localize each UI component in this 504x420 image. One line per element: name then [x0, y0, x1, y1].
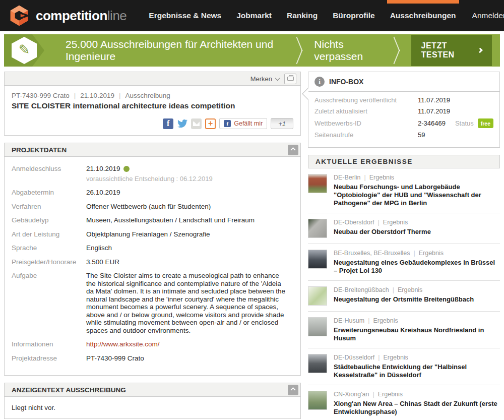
result-meta: CN-Xiong'an|Ergebnis: [334, 391, 499, 398]
chevron-up-icon: [291, 387, 296, 392]
result-item[interactable]: DE-Düsseldorf|ErgebnisStädtebauliche Ent…: [308, 348, 500, 385]
row-label: Art der Leistung: [12, 230, 86, 238]
chevron-up-icon: [291, 147, 296, 152]
nav-item-büroprofile[interactable]: Büroprofile: [333, 0, 375, 31]
row-value-wrap: The Site Cloister aims to create a museo…: [86, 272, 293, 334]
chevron-separator-icon: [296, 37, 304, 64]
meta-separator: |: [364, 317, 373, 324]
status-group: Statusfree: [455, 118, 493, 128]
result-body: BE-Bruxelles, BE-Bruxelles|ErgebnisNeuge…: [334, 250, 499, 275]
page-title: SITE CLOISTER international architecture…: [12, 101, 293, 110]
info-box: i INFO-BOX Ausschreibung veröffentlicht1…: [308, 72, 500, 148]
chevron-separator-icon: [393, 37, 401, 64]
row-note: voraussichtliche Entscheidung : 06.12.20…: [86, 175, 293, 183]
row-value-wrap: Objektplanung Freianlagen / Szenografie: [86, 230, 293, 238]
row-value: Offener Wettbewerb (auch für Studenten): [86, 203, 211, 210]
collapse-button[interactable]: [288, 385, 298, 395]
competition-header-card: Merken PT-7430-999 Crato|21.10.2019|Auss…: [4, 72, 301, 136]
projektdaten-row: Preisgelder/Honorare3.500 EUR: [12, 258, 293, 266]
promo-banner[interactable]: ✎ 25.000 Ausschreibungen für Architekten…: [4, 34, 500, 67]
info-label: Wettbewerbs-ID: [314, 119, 418, 128]
social-share-row: f + f Gefällt mir +1: [12, 118, 293, 129]
result-location: DE-Oberstdorf: [334, 219, 374, 226]
meta-separator: |: [410, 250, 418, 257]
row-value-wrap: Museen, Ausstellungsbauten / Landschaft …: [86, 216, 293, 224]
row-label: Informationen: [12, 340, 86, 348]
nav-item-jobmarkt[interactable]: Jobmarkt: [236, 0, 272, 31]
nav-item-ausschreibungen[interactable]: Ausschreibungen: [390, 0, 456, 31]
info-value: 2-346469: [418, 119, 446, 128]
info-value: 11.07.2019: [418, 107, 450, 115]
result-title[interactable]: Neugestaltung eines Gebäudekomplexes in …: [334, 259, 499, 275]
nav-item-ergebnisse-news[interactable]: Ergebnisse & News: [149, 0, 221, 31]
result-meta: DE-Berlin|Ergebnis: [334, 174, 499, 182]
print-button[interactable]: [284, 74, 296, 84]
row-value: 26.10.2019: [86, 189, 120, 196]
sidebar: i INFO-BOX Ausschreibung veröffentlicht1…: [308, 72, 500, 420]
result-title[interactable]: Xiong'an New Area – Chinas Stadt der Zuk…: [334, 400, 499, 416]
result-item[interactable]: DE-Husum|ErgebnisErweiterungsneubau Krei…: [308, 312, 500, 348]
anzeigentext-body: Liegt nicht vor.: [5, 397, 300, 418]
result-title[interactable]: Neubau Forschungs- und Laborgebäude "Opt…: [334, 183, 499, 207]
banner-slogan: Nichts verpassen: [314, 38, 383, 63]
result-title[interactable]: Neugestaltung der Ortsmitte Breitengüßba…: [334, 295, 474, 304]
row-value: The Site Cloister aims to create a museo…: [86, 272, 287, 334]
result-item[interactable]: BE-Bruxelles, BE-Bruxelles|ErgebnisNeuge…: [308, 244, 500, 281]
email-share-icon[interactable]: [191, 118, 202, 129]
row-value-wrap: PT-7430-999 Crato: [86, 354, 293, 363]
result-meta: DE-Husum|Ergebnis: [334, 317, 499, 325]
deadline-status-dot: [123, 166, 130, 172]
result-tag: Ergebnis: [378, 391, 403, 398]
result-tag: Ergebnis: [419, 250, 444, 257]
result-body: DE-Berlin|ErgebnisNeubau Forschungs- und…: [334, 174, 499, 207]
anzeigentext-card: ANZEIGENTEXT AUSSCHREIBUNG Liegt nicht v…: [4, 383, 301, 419]
login-link[interactable]: Anmelden: [472, 11, 504, 20]
projektdaten-header: PROJEKTDATEN: [5, 143, 300, 157]
facebook-like-button[interactable]: f Gefällt mir: [219, 118, 267, 129]
jetzt-testen-button[interactable]: JETZT TESTEN: [411, 35, 492, 66]
result-title[interactable]: Neubau der Oberstdorf Therme: [334, 228, 431, 236]
result-title[interactable]: Erweiterungsneubau Kreishaus Nordfriesla…: [334, 326, 499, 342]
info-row: Wettbewerbs-ID2-346469Statusfree: [314, 118, 493, 128]
result-thumbnail: [308, 317, 327, 336]
google-plusone-button[interactable]: +1: [271, 118, 293, 129]
merken-dropdown[interactable]: Merken: [250, 75, 279, 83]
facebook-share-icon[interactable]: f: [163, 118, 173, 129]
row-value-wrap: Englisch: [86, 244, 293, 252]
result-item[interactable]: DE-Berlin|ErgebnisNeubau Forschungs- und…: [308, 168, 500, 213]
top-navbar: competitionline Ergebnisse & NewsJobmark…: [0, 0, 504, 31]
add-share-icon[interactable]: +: [205, 118, 216, 129]
row-value: Englisch: [86, 244, 112, 252]
row-label: Anmeldeschluss: [12, 165, 86, 183]
info-label: Ausschreibung veröffentlicht: [314, 96, 418, 104]
result-title[interactable]: Städtebauliche Entwicklung der "Halbinse…: [334, 363, 499, 379]
banner-badge: ✎: [4, 34, 44, 67]
breadcrumb-separator: |: [70, 92, 81, 99]
anzeigentext-header: ANZEIGENTEXT AUSSCHREIBUNG: [5, 383, 300, 397]
result-meta: DE-Oberstdorf|Ergebnis: [334, 219, 431, 226]
result-item[interactable]: CN-Xiong'an|ErgebnisXiong'an New Area – …: [308, 385, 500, 420]
competitionline-logo[interactable]: competitionline: [8, 5, 127, 27]
result-item[interactable]: DE-Oberstdorf|ErgebnisNeubau der Oberstd…: [308, 213, 500, 244]
collapse-button[interactable]: [288, 145, 298, 155]
row-label: Verfahren: [12, 203, 86, 211]
twitter-share-icon[interactable]: [177, 118, 187, 129]
aktuelle-ergebnisse-section: AKTUELLE ERGEBNISSE DE-Berlin|ErgebnisNe…: [308, 155, 500, 420]
nav-item-ranking[interactable]: Ranking: [287, 0, 318, 31]
info-link[interactable]: http://www.arkxsite.com/: [86, 340, 160, 348]
brand-wordmark: competitionline: [36, 8, 127, 24]
info-row: Ausschreibung veröffentlicht11.07.2019: [314, 96, 493, 104]
status-label: Status: [455, 119, 474, 128]
result-location: DE-Breitengüßbach: [334, 286, 389, 293]
banner-text: 25.000 Ausschreibungen für Architekten u…: [66, 38, 286, 63]
result-body: DE-Husum|ErgebnisErweiterungsneubau Krei…: [334, 317, 499, 342]
row-value-wrap: http://www.arkxsite.com/: [86, 340, 293, 348]
hexagon-logo-icon: [8, 5, 30, 27]
result-item[interactable]: DE-Breitengüßbach|ErgebnisNeugestaltung …: [308, 281, 500, 312]
meta-separator: |: [374, 354, 383, 361]
result-location: DE-Husum: [334, 317, 364, 324]
projektdaten-row: Art der LeistungObjektplanung Freianlage…: [12, 230, 293, 238]
row-value: Objektplanung Freianlagen / Szenografie: [86, 230, 210, 238]
row-value-wrap: 26.10.2019: [86, 189, 293, 197]
result-tag: Ergebnis: [384, 354, 408, 361]
